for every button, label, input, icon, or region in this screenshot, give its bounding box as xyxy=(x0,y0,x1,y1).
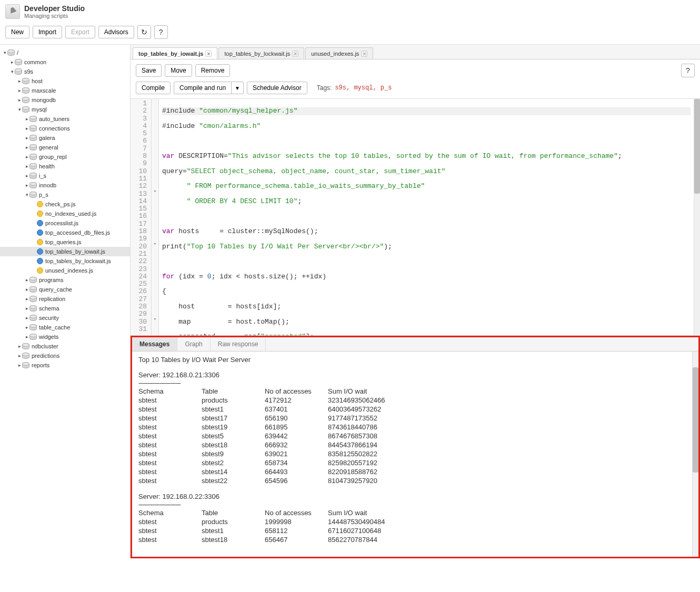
tree-s9s[interactable]: ▾s9s xyxy=(0,67,130,76)
tree-p-s[interactable]: ▾p_s xyxy=(0,190,130,199)
output-header: No of accesses xyxy=(265,387,328,396)
output-title: Top 10 Tables by I/O Wait Per Server xyxy=(138,356,692,364)
line-gutter: 1234567891011121314151617181920212223242… xyxy=(131,99,152,335)
tree-item-ndbcluster[interactable]: ▸ndbcluster xyxy=(0,342,130,351)
tree-item-connections[interactable]: ▸connections xyxy=(0,124,130,133)
tree-item-programs[interactable]: ▸programs xyxy=(0,275,130,285)
help-panel-icon[interactable]: ? xyxy=(681,64,695,77)
table-row: sbtestproducts1999998144487530490484 xyxy=(138,517,412,526)
tags-value: s9s, mysql, p_s xyxy=(335,84,392,92)
app-title: Developer Studio xyxy=(24,4,85,13)
file-tree: ▾/ ▸common ▾s9s ▸host ▸maxscale ▸mongodb… xyxy=(0,45,131,558)
close-icon[interactable]: × xyxy=(361,51,367,57)
new-button[interactable]: New xyxy=(5,26,29,38)
tree-item-table_cache[interactable]: ▸table_cache xyxy=(0,323,130,332)
output-server-label: Server: 192.168.0.22:3306 xyxy=(138,493,692,500)
move-button[interactable]: Move xyxy=(165,64,192,77)
table-row: sbtestsbtest56394428674676857308 xyxy=(138,432,412,440)
output-scrollbar[interactable] xyxy=(692,352,698,557)
output-panel: Messages Graph Raw response Top 10 Table… xyxy=(131,336,700,558)
tree-item-replication[interactable]: ▸replication xyxy=(0,294,130,304)
tree-item-predictions[interactable]: ▸predictions xyxy=(0,351,130,360)
editor-tabs: top_tables_by_iowait.js×top_tables_by_lo… xyxy=(131,45,700,59)
tree-file-top_accessed_db_files.js[interactable]: top_accessed_db_files.js xyxy=(0,228,130,237)
tree-file-check_ps.js[interactable]: check_ps.js xyxy=(0,199,130,209)
tree-item-group_repl[interactable]: ▸group_repl xyxy=(0,152,130,162)
tree-common[interactable]: ▸common xyxy=(0,57,130,67)
tree-root[interactable]: ▾/ xyxy=(0,48,130,57)
fold-gutter: ▾▾▾ xyxy=(152,99,159,335)
tags-label: Tags: xyxy=(317,84,332,92)
remove-button[interactable]: Remove xyxy=(195,64,231,77)
tree-item-reports[interactable]: ▸reports xyxy=(0,360,130,370)
tree-file-top_tables_by_lockwait.js[interactable]: top_tables_by_lockwait.js xyxy=(0,256,130,266)
tab-messages[interactable]: Messages xyxy=(132,337,177,351)
app-icon xyxy=(5,4,20,19)
table-row: sbtestsbtest96390218358125502822 xyxy=(138,449,412,458)
help-icon[interactable]: ? xyxy=(154,25,168,39)
tab-raw-response[interactable]: Raw response xyxy=(211,337,266,351)
close-icon[interactable]: × xyxy=(205,51,212,57)
tree-file-top_tables_by_iowait.js[interactable]: top_tables_by_iowait.js xyxy=(0,247,130,256)
output-header: Schema xyxy=(138,508,202,517)
output-header: Schema xyxy=(138,387,202,396)
output-table: SchemaTableNo of accessesSum I/O waitsbt… xyxy=(138,508,412,544)
table-row: sbtestsbtest186564678562270787844 xyxy=(138,535,412,544)
export-button: Export xyxy=(65,26,95,38)
table-row: sbtestsbtest196618958743618440786 xyxy=(138,423,412,432)
tree-file-no_indexes_used.js[interactable]: no_indexes_used.js xyxy=(0,209,130,218)
output-header: Sum I/O wait xyxy=(328,387,412,396)
tree-item-general[interactable]: ▸general xyxy=(0,143,130,152)
tree-item-innodb[interactable]: ▸innodb xyxy=(0,180,130,190)
tree-file-processlist.js[interactable]: processlist.js xyxy=(0,218,130,228)
table-row: sbtestsbtest186669328445437866194 xyxy=(138,440,412,449)
editor-tab[interactable]: top_tables_by_lockwait.js× xyxy=(218,47,304,59)
output-server-label: Server: 192.168.0.21:3306 xyxy=(138,371,692,379)
table-row: sbtestsbtest163740164003649573262 xyxy=(138,405,412,414)
tree-item-widgets[interactable]: ▸widgets xyxy=(0,332,130,342)
import-button[interactable]: Import xyxy=(33,26,62,38)
editor-tab[interactable]: top_tables_by_iowait.js× xyxy=(133,47,217,59)
advisors-button[interactable]: Advisors xyxy=(98,26,134,38)
table-row: sbtestproducts4172912323146935062466 xyxy=(138,396,412,405)
output-header: Sum I/O wait xyxy=(328,508,412,517)
output-header: No of accesses xyxy=(265,508,328,517)
table-row: sbtestsbtest146644938220918588762 xyxy=(138,467,412,476)
output-body: Top 10 Tables by I/O Wait Per Server Ser… xyxy=(132,352,698,557)
tree-file-unused_indexes.js[interactable]: unused_indexes.js xyxy=(0,266,130,275)
output-table: SchemaTableNo of accessesSum I/O waitsbt… xyxy=(138,387,412,485)
code-editor[interactable]: 1234567891011121314151617181920212223242… xyxy=(131,99,700,336)
output-header: Table xyxy=(202,387,265,396)
tab-graph[interactable]: Graph xyxy=(177,337,210,351)
compile-run-button[interactable]: Compile and run xyxy=(174,82,232,94)
compile-run-dropdown[interactable]: ▼ xyxy=(232,82,244,94)
save-button[interactable]: Save xyxy=(136,64,162,77)
tree-item-schema[interactable]: ▸schema xyxy=(0,304,130,313)
output-header: Table xyxy=(202,508,265,517)
refresh-icon[interactable]: ↻ xyxy=(137,25,151,39)
tree-item-query_cache[interactable]: ▸query_cache xyxy=(0,285,130,294)
close-icon[interactable]: × xyxy=(292,51,298,57)
tree-file-top_queries.js[interactable]: top_queries.js xyxy=(0,237,130,247)
tree-host[interactable]: ▸host xyxy=(0,76,130,86)
tree-item-galera[interactable]: ▸galera xyxy=(0,133,130,143)
table-row: sbtestsbtest226545968104739257920 xyxy=(138,476,412,485)
editor-tab[interactable]: unused_indexes.js× xyxy=(305,47,373,59)
tree-maxscale[interactable]: ▸maxscale xyxy=(0,86,130,95)
tree-item-security[interactable]: ▸security xyxy=(0,313,130,323)
code-area[interactable]: #include "common/mysql_helper.js" #inclu… xyxy=(159,99,694,335)
compile-button[interactable]: Compile xyxy=(136,82,171,94)
table-row: sbtestsbtest165811267116027100648 xyxy=(138,526,412,535)
tree-mongodb[interactable]: ▸mongodb xyxy=(0,95,130,105)
table-row: sbtestsbtest176561909177487173552 xyxy=(138,414,412,423)
app-subtitle: Managing scripts xyxy=(24,13,85,19)
editor-scrollbar[interactable] xyxy=(694,99,700,335)
table-row: sbtestsbtest26587348259820557192 xyxy=(138,458,412,467)
tree-mysql[interactable]: ▾mysql xyxy=(0,105,130,114)
schedule-advisor-button[interactable]: Schedule Advisor xyxy=(247,82,307,94)
tree-item-i_s[interactable]: ▸i_s xyxy=(0,171,130,180)
tree-item-auto_tuners[interactable]: ▸auto_tuners xyxy=(0,114,130,124)
tree-item-health[interactable]: ▸health xyxy=(0,162,130,171)
